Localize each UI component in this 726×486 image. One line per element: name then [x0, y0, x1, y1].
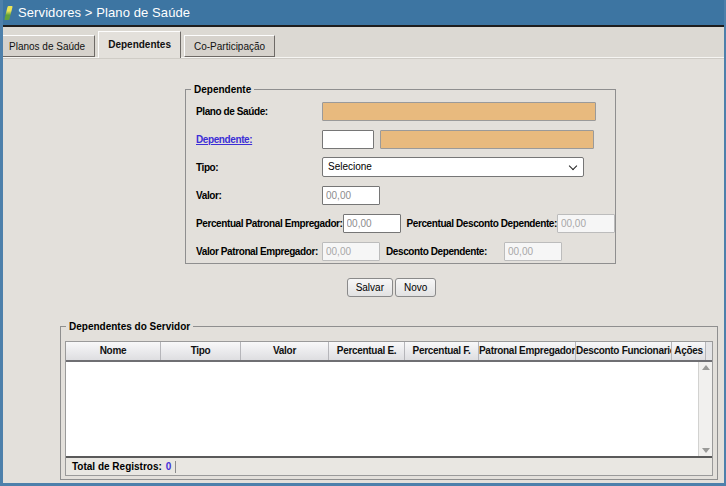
- row-dependente: Dependente:: [186, 125, 615, 153]
- percentual-patronal-input[interactable]: [343, 214, 401, 233]
- salvar-button[interactable]: Salvar: [347, 278, 393, 297]
- column-header-patronal-empregador: Patronal Empregador: [479, 342, 576, 360]
- percentual-desconto-field: [557, 214, 615, 233]
- tipo-select[interactable]: Selecione: [322, 157, 584, 177]
- dependente-name-field: [380, 130, 594, 149]
- table-header-row: Nome Tipo Valor Percentual E. Percentual…: [66, 342, 712, 362]
- table-footer: Total de Registros: 0: [66, 456, 712, 475]
- row-tipo: Tipo: Selecione: [186, 153, 615, 181]
- valor-patronal-label: Valor Patronal Empregador:: [196, 246, 322, 257]
- column-header-percentual-f: Percentual F.: [405, 342, 479, 360]
- row-valores-patronais: Valor Patronal Empregador: Desconto Depe…: [186, 237, 615, 265]
- total-registros-label: Total de Registros:: [72, 461, 162, 472]
- row-plano-de-saude: Plano de Saúde:: [186, 97, 615, 125]
- dependente-code-input[interactable]: [322, 130, 374, 149]
- valor-input[interactable]: [322, 186, 380, 205]
- row-percentuais: Percentual Patronal Empregador: Percentu…: [186, 209, 615, 237]
- percentual-patronal-label: Percentual Patronal Empregador:: [196, 218, 343, 229]
- dependente-link[interactable]: Dependente:: [196, 134, 322, 145]
- desconto-dependente-field: [504, 242, 562, 261]
- valor-label: Valor:: [196, 190, 322, 201]
- column-header-desconto-funcionario: Desconto Funcionario: [576, 342, 672, 360]
- total-registros-value: 0: [166, 461, 172, 472]
- form-actions: SalvarNovo: [185, 277, 598, 297]
- novo-button[interactable]: Novo: [395, 278, 436, 297]
- page-title: Servidores > Plano de Saúde: [18, 5, 190, 20]
- plano-de-saude-field: [322, 102, 596, 121]
- app-window: Servidores > Plano de Saúde Planos de Sa…: [0, 0, 726, 486]
- column-header-acoes: Ações: [672, 342, 706, 360]
- table-body-empty: [66, 362, 712, 456]
- footer-caret: [175, 461, 176, 473]
- title-bar: Servidores > Plano de Saúde: [3, 0, 724, 27]
- tab-dependentes[interactable]: Dependentes: [98, 31, 181, 58]
- scroll-up-icon[interactable]: [702, 365, 710, 370]
- row-valor: Valor:: [186, 181, 615, 209]
- dependentes-servidor-legend: Dependentes do Servidor: [66, 321, 193, 332]
- plano-de-saude-label: Plano de Saúde:: [196, 106, 322, 117]
- desconto-dependente-label: Desconto Dependente:: [386, 246, 504, 257]
- leaf-icon: [4, 6, 12, 20]
- tipo-label: Tipo:: [196, 162, 322, 173]
- tipo-selected-value: Selecione: [328, 161, 372, 172]
- chevron-down-icon: [569, 162, 577, 170]
- valor-patronal-field: [322, 242, 380, 261]
- tab-planos-de-saude[interactable]: Planos de Saúde: [0, 35, 95, 57]
- dependente-legend: Dependente: [191, 84, 254, 95]
- table-scrollbar[interactable]: [698, 362, 712, 456]
- column-header-valor: Valor: [241, 342, 329, 360]
- tab-strip: Planos de Saúde Dependentes Co-Participa…: [3, 27, 724, 58]
- dependentes-table: Nome Tipo Valor Percentual E. Percentual…: [65, 341, 713, 476]
- dependentes-servidor-fieldset: Dependentes do Servidor Nome Tipo Valor …: [60, 321, 718, 480]
- scrollbar-corner: [706, 342, 712, 360]
- column-header-tipo: Tipo: [161, 342, 241, 360]
- content-area: Dependente Plano de Saúde: Dependente: T…: [3, 58, 724, 482]
- tab-co-participacao[interactable]: Co-Participação: [184, 35, 275, 57]
- percentual-desconto-label: Percentual Desconto Dependente:: [407, 218, 557, 229]
- column-header-percentual-e: Percentual E.: [329, 342, 405, 360]
- scroll-down-icon[interactable]: [702, 448, 710, 453]
- dependente-fieldset: Dependente Plano de Saúde: Dependente: T…: [185, 84, 616, 264]
- column-header-nome: Nome: [66, 342, 161, 360]
